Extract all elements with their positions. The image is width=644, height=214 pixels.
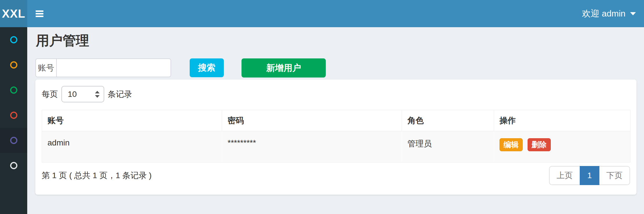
page-length-row: 每页 10 条记录 xyxy=(42,86,630,102)
page-size-value: 10 xyxy=(68,90,95,99)
cell-actions: 编辑 删除 xyxy=(494,131,630,163)
cell-account: admin xyxy=(42,131,222,163)
col-role: 角色 xyxy=(402,110,494,131)
table-header-row: 账号 密码 角色 操作 xyxy=(42,110,630,131)
length-suffix: 条记录 xyxy=(108,89,132,100)
user-menu[interactable]: 欢迎 admin xyxy=(582,8,636,20)
delete-button[interactable]: 删除 xyxy=(528,138,551,151)
main-content: 用户管理 账号 搜索 新增用户 每页 10 条记录 账号 密码 xyxy=(27,27,644,214)
select-stepper-icon xyxy=(95,91,100,98)
account-input-group: 账号 xyxy=(35,58,171,77)
welcome-text: 欢迎 admin xyxy=(582,8,625,20)
circle-icon xyxy=(10,61,17,69)
caret-down-icon xyxy=(630,12,636,15)
sidebar-item-2[interactable] xyxy=(0,52,27,78)
cell-role: 管理员 xyxy=(402,131,494,163)
pagination: 上页 1 下页 xyxy=(549,166,630,185)
edit-button[interactable]: 编辑 xyxy=(500,138,523,151)
col-password: 密码 xyxy=(222,110,402,131)
add-user-button[interactable]: 新增用户 xyxy=(241,58,326,78)
next-page-button[interactable]: 下页 xyxy=(599,167,630,185)
user-table: 账号 密码 角色 操作 admin ********* 管理员 编辑 删除 xyxy=(42,110,630,163)
circle-icon xyxy=(10,112,17,119)
table-footer: 第 1 页 ( 总共 1 页，1 条记录 ) 上页 1 下页 xyxy=(42,166,630,185)
sidebar xyxy=(0,27,27,214)
length-prefix: 每页 xyxy=(42,89,58,100)
sidebar-item-3[interactable] xyxy=(0,78,27,103)
top-navbar: XXL 欢迎 admin xyxy=(0,0,644,27)
table-row: admin ********* 管理员 编辑 删除 xyxy=(42,131,630,163)
search-button[interactable]: 搜索 xyxy=(190,58,224,77)
table-panel: 每页 10 条记录 账号 密码 角色 操作 admin xyxy=(35,80,636,195)
account-input[interactable] xyxy=(57,59,171,77)
app-logo: XXL xyxy=(0,0,27,27)
search-toolbar: 账号 搜索 新增用户 xyxy=(35,58,636,78)
page-size-select[interactable]: 10 xyxy=(61,86,104,102)
account-field-label: 账号 xyxy=(36,59,57,77)
prev-page-button[interactable]: 上页 xyxy=(550,167,580,185)
page-title: 用户管理 xyxy=(35,33,636,48)
circle-icon xyxy=(10,36,17,43)
sidebar-item-4[interactable] xyxy=(0,103,27,128)
col-account: 账号 xyxy=(42,110,222,131)
hamburger-icon[interactable] xyxy=(36,10,43,17)
sidebar-item-1[interactable] xyxy=(0,27,27,52)
circle-icon xyxy=(10,162,17,169)
circle-icon xyxy=(10,137,17,144)
circle-icon xyxy=(10,86,17,94)
current-page-button[interactable]: 1 xyxy=(580,166,599,185)
sidebar-item-6[interactable] xyxy=(0,153,27,178)
cell-password: ********* xyxy=(222,131,402,163)
col-actions: 操作 xyxy=(494,110,630,131)
sidebar-item-5[interactable] xyxy=(0,128,27,153)
pagination-info: 第 1 页 ( 总共 1 页，1 条记录 ) xyxy=(42,170,152,181)
